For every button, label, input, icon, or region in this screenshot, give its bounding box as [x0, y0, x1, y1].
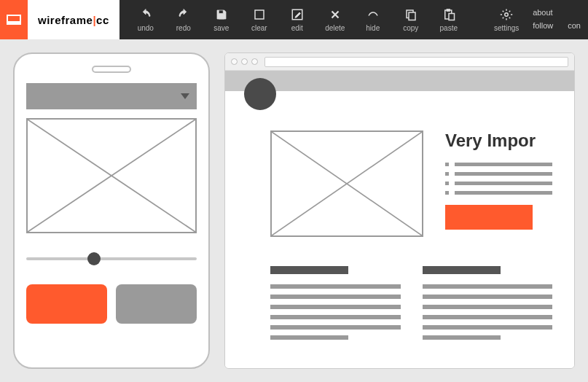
mobile-frame[interactable] [13, 52, 210, 369]
canvas-area[interactable]: Very Impor [0, 39, 588, 382]
undo-label: undo [138, 24, 154, 32]
main-toolbar: wireframe|cc undo redo save clear edit d… [0, 0, 588, 39]
redo-icon [176, 7, 191, 22]
edit-label: edit [291, 24, 303, 32]
list-item[interactable] [445, 191, 552, 195]
undo-icon [138, 7, 153, 22]
bullet-icon [445, 191, 449, 195]
contact-link[interactable]: con [568, 20, 581, 33]
hero-row: Very Impor [270, 130, 552, 237]
paste-label: paste [440, 24, 458, 32]
mobile-screen [26, 83, 197, 324]
browser-chrome [225, 53, 574, 71]
primary-button-placeholder[interactable] [26, 284, 107, 324]
image-placeholder[interactable] [26, 118, 197, 233]
traffic-light-close [231, 58, 238, 65]
page-header-bar[interactable] [225, 71, 574, 91]
list-item[interactable] [445, 182, 552, 185]
save-label: save [213, 24, 229, 32]
paste-button[interactable]: paste [430, 0, 468, 39]
text-line [270, 315, 401, 319]
edit-button[interactable]: edit [278, 0, 316, 39]
list-item[interactable] [445, 163, 552, 166]
brand-part-a: wireframe [38, 14, 93, 26]
logo[interactable] [0, 0, 28, 39]
redo-label: redo [176, 24, 191, 32]
text-line [423, 284, 553, 289]
text-line [423, 305, 553, 309]
hide-icon [366, 7, 380, 22]
slider-track [26, 257, 197, 260]
delete-icon [328, 7, 342, 22]
headline[interactable]: Very Impor [445, 130, 552, 151]
text-line [270, 305, 401, 309]
hide-label: hide [366, 24, 380, 32]
cta-button-placeholder[interactable] [445, 205, 533, 230]
page-body: Very Impor [225, 91, 574, 340]
bullet-icon [445, 182, 449, 185]
settings-label: settings [494, 24, 519, 32]
text-line [270, 325, 401, 330]
placeholder-cross-icon [272, 132, 422, 235]
paste-icon [442, 7, 456, 22]
text-line [423, 295, 553, 299]
page-content: Very Impor [225, 71, 574, 368]
copy-label: copy [403, 24, 418, 32]
gear-icon [499, 7, 514, 22]
text-line [455, 163, 552, 166]
undo-button[interactable]: undo [127, 0, 165, 39]
hero-text: Very Impor [445, 130, 552, 237]
hide-button[interactable]: hide [354, 0, 392, 39]
about-link[interactable]: about [533, 7, 553, 20]
frame-icon [7, 15, 21, 25]
save-button[interactable]: save [203, 0, 240, 39]
edit-icon [290, 7, 305, 22]
text-line [423, 325, 553, 330]
svg-rect-1 [7, 21, 20, 24]
delete-button[interactable]: delete [316, 0, 354, 39]
delete-label: delete [325, 24, 345, 32]
traffic-light-min [241, 58, 248, 65]
columns [270, 266, 552, 340]
column[interactable] [270, 266, 401, 340]
dropdown-placeholder[interactable] [26, 83, 197, 109]
text-line [455, 172, 552, 176]
slider-thumb[interactable] [87, 252, 101, 265]
clear-icon [252, 7, 267, 22]
settings-button[interactable]: settings [487, 0, 525, 39]
text-line [455, 182, 552, 185]
clear-label: clear [251, 24, 267, 32]
slider-placeholder[interactable] [26, 255, 197, 262]
text-line [423, 315, 553, 319]
column-title [423, 266, 501, 274]
brand-part-b: cc [96, 14, 109, 26]
address-bar-placeholder[interactable] [264, 57, 568, 67]
toolbar-buttons: undo redo save clear edit delete hide c [119, 0, 588, 39]
svg-rect-5 [409, 12, 415, 20]
text-line [270, 284, 401, 289]
text-line [423, 335, 501, 340]
svg-rect-8 [449, 14, 455, 20]
hero-image-placeholder[interactable] [270, 130, 423, 237]
copy-icon [404, 7, 418, 22]
follow-link[interactable]: follow [533, 20, 553, 33]
column-title [270, 266, 348, 274]
right-links: about follow [525, 0, 560, 39]
button-row [26, 284, 197, 324]
bullet-icon [445, 163, 449, 166]
text-line [270, 335, 348, 340]
bullet-icon [445, 172, 449, 176]
clear-button[interactable]: clear [240, 0, 278, 39]
copy-button[interactable]: copy [392, 0, 430, 39]
phone-speaker [92, 66, 131, 73]
column[interactable] [423, 266, 553, 340]
avatar-placeholder[interactable] [244, 78, 276, 110]
right-links-2: x con [560, 0, 588, 39]
redo-button[interactable]: redo [165, 0, 203, 39]
browser-frame[interactable]: Very Impor [224, 52, 575, 369]
save-icon [214, 7, 229, 22]
traffic-light-max [251, 58, 258, 65]
secondary-button-placeholder[interactable] [116, 284, 197, 324]
brand-name[interactable]: wireframe|cc [28, 0, 119, 39]
list-item[interactable] [445, 172, 552, 176]
